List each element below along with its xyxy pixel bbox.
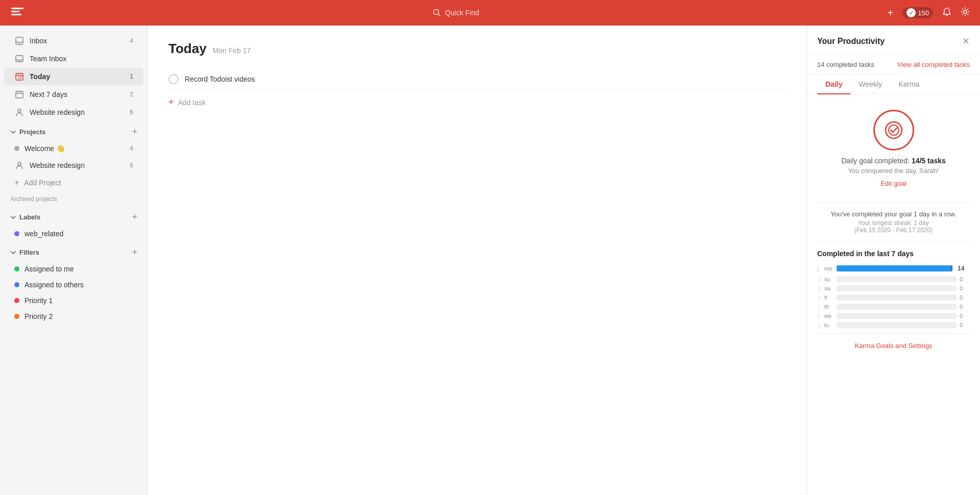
trophy-icon [873, 110, 914, 151]
svg-point-14 [18, 162, 21, 165]
add-project-item[interactable]: + Add Project [4, 175, 143, 191]
quick-find-label: Quick Find [445, 9, 479, 17]
karma-goals-link[interactable]: Karma Goals and Settings [855, 342, 933, 350]
panel-summary: 14 completed tasks View all completed ta… [807, 55, 980, 75]
karma-badge[interactable]: 150 [902, 7, 933, 18]
today-label: Today [30, 72, 50, 81]
team-inbox-icon [14, 54, 24, 64]
tab-weekly[interactable]: Weekly [850, 75, 890, 94]
assigned-others-dot [14, 282, 19, 287]
svg-point-6 [948, 7, 950, 10]
add-project-label: Add Project [24, 179, 61, 187]
add-project-icon[interactable]: + [132, 127, 137, 137]
panel-header: Your Productivity ✕ [807, 26, 980, 55]
quick-find-bar[interactable]: Quick Find [433, 9, 479, 17]
panel-tabs: Daily Weekly Karma [807, 75, 980, 94]
welcome-label: Welcome 👋 [24, 144, 65, 153]
task-checkbox[interactable] [168, 74, 179, 84]
sidebar-item-today[interactable]: 17 Today 1 [4, 68, 143, 85]
sidebar-item-website-fav[interactable]: Website redesign 6 [4, 104, 143, 121]
app-logo[interactable] [10, 4, 24, 21]
label-dot-icon [14, 231, 19, 236]
add-task-button[interactable]: + Add task [168, 92, 786, 113]
svg-rect-2 [11, 14, 21, 15]
archived-projects[interactable]: Archived projects [0, 191, 148, 207]
settings-button[interactable] [961, 7, 970, 19]
chart-row-sa: | sa 0 [817, 285, 970, 291]
dot-icon [14, 146, 19, 151]
sidebar-item-welcome[interactable]: Welcome 👋 4 [4, 141, 143, 156]
sidebar-item-next7[interactable]: Next 7 days 2 [4, 86, 143, 103]
mo-value: 14 [958, 265, 970, 272]
web-related-label: web_related [24, 230, 63, 238]
svg-point-5 [946, 14, 948, 16]
page-title: Today [168, 41, 207, 57]
tab-karma[interactable]: Karma [890, 75, 927, 94]
projects-section-title: Projects [10, 128, 45, 136]
main-layout: Inbox 4 Team Inbox 17 [0, 26, 980, 495]
projects-section-header[interactable]: Projects + [0, 121, 148, 140]
topbar: Quick Find + 150 [0, 0, 980, 26]
completed-count: 14 completed tasks [817, 61, 874, 68]
longest-streak: Your longest streak: 1 day [817, 219, 970, 227]
add-label-icon[interactable]: + [132, 212, 137, 222]
search-icon [433, 9, 441, 17]
goal-value: 14/5 tasks [912, 157, 946, 165]
add-button[interactable]: + [888, 7, 894, 19]
assigned-to-others-label: Assigned to others [24, 281, 84, 289]
sidebar-item-website-redesign[interactable]: Website redesign 6 [4, 157, 143, 174]
chart-row-th: | th 0 [817, 304, 970, 310]
notifications-button[interactable] [942, 7, 951, 19]
today-icon: 17 [14, 71, 24, 82]
streak-section: You've completed your goal 1 day in a ro… [817, 210, 970, 234]
tab-daily[interactable]: Daily [817, 75, 850, 94]
divider-1 [817, 203, 970, 203]
welcome-count: 4 [130, 145, 133, 152]
svg-rect-12 [16, 91, 23, 98]
sidebar-item-assigned-to-me[interactable]: Assigned to me [4, 261, 143, 277]
filters-section-header[interactable]: Filters + [0, 242, 148, 261]
person-icon [14, 107, 24, 117]
svg-point-15 [886, 122, 902, 138]
labels-section-header[interactable]: Labels + [0, 207, 148, 226]
add-plus-icon: + [14, 178, 19, 187]
main-content: Today Mon Feb 17 Record Todoist videos +… [148, 26, 806, 495]
website-redesign-count: 6 [130, 162, 133, 169]
sidebar-item-web-related[interactable]: web_related [4, 226, 143, 241]
conquer-text: You conquered the day, Sarah! [848, 167, 939, 175]
svg-line-4 [438, 14, 440, 16]
inbox-icon [14, 36, 24, 46]
sidebar-item-team-inbox[interactable]: Team Inbox [4, 50, 143, 67]
add-task-label: Add task [178, 98, 206, 107]
karma-count: 150 [918, 9, 929, 17]
priority-1-label: Priority 1 [24, 296, 53, 305]
today-date: Mon Feb 17 [213, 46, 251, 55]
sidebar: Inbox 4 Team Inbox 17 [0, 26, 148, 495]
panel-body: Daily goal completed: 14/5 tasks You con… [807, 94, 980, 360]
close-button[interactable]: ✕ [962, 36, 970, 47]
sidebar-item-inbox[interactable]: Inbox 4 [4, 32, 143, 50]
svg-point-13 [18, 109, 21, 112]
sidebar-item-priority-2[interactable]: Priority 2 [4, 309, 143, 324]
edit-goal-link[interactable]: Edit goal [880, 180, 906, 187]
filters-section-title: Filters [10, 249, 39, 256]
labels-section-title: Labels [10, 213, 40, 221]
check-icon [906, 8, 916, 17]
svg-rect-8 [16, 37, 23, 44]
chart-footer: Karma Goals and Settings [817, 333, 970, 350]
priority1-dot [14, 298, 19, 303]
sidebar-item-assigned-to-others[interactable]: Assigned to others [4, 277, 143, 292]
person2-icon [14, 160, 24, 170]
inbox-label: Inbox [30, 37, 47, 45]
bar-chart: | su 0 | sa 0 [817, 276, 970, 328]
view-all-link[interactable]: View all completed tasks [897, 61, 970, 68]
chart-row-su: | su 0 [817, 276, 970, 282]
sidebar-item-priority-1[interactable]: Priority 1 [4, 293, 143, 308]
website-fav-count: 6 [130, 109, 133, 116]
website-fav-label: Website redesign [30, 108, 85, 116]
add-filter-icon[interactable]: + [132, 247, 137, 258]
productivity-panel: Your Productivity ✕ 14 completed tasks V… [806, 26, 980, 495]
today-header: Today Mon Feb 17 [168, 41, 786, 57]
svg-text:17: 17 [18, 76, 22, 80]
next7-icon [14, 89, 24, 100]
